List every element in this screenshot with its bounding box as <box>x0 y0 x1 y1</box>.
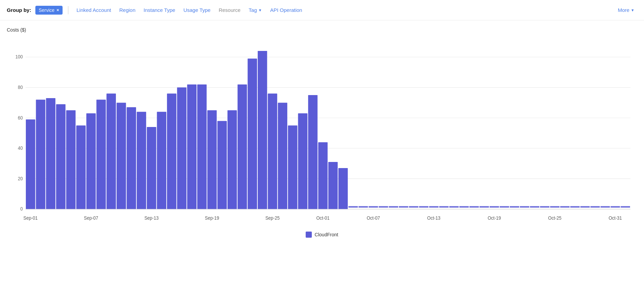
svg-rect-33 <box>238 85 247 209</box>
svg-rect-57 <box>479 206 489 207</box>
nav-instance-type[interactable]: Instance Type <box>141 5 178 15</box>
chart-container: 020406080100Sep-01Sep-07Sep-13Sep-19Sep-… <box>7 38 637 228</box>
svg-text:Sep-07: Sep-07 <box>84 216 98 221</box>
svg-rect-35 <box>258 51 267 209</box>
svg-text:Sep-01: Sep-01 <box>23 216 38 221</box>
svg-text:Oct-01: Oct-01 <box>316 216 329 221</box>
svg-rect-36 <box>268 94 277 209</box>
svg-rect-13 <box>36 99 46 209</box>
svg-rect-42 <box>328 162 338 209</box>
svg-rect-31 <box>217 121 227 209</box>
svg-rect-25 <box>157 112 166 209</box>
svg-rect-52 <box>429 206 439 207</box>
nav-region[interactable]: Region <box>117 5 138 15</box>
svg-rect-44 <box>349 206 358 207</box>
svg-rect-49 <box>399 206 408 207</box>
close-icon[interactable]: × <box>56 7 59 13</box>
svg-rect-65 <box>560 206 570 207</box>
svg-rect-46 <box>369 206 378 207</box>
svg-rect-41 <box>318 142 328 209</box>
svg-text:Oct-25: Oct-25 <box>548 216 561 221</box>
svg-rect-48 <box>389 206 398 207</box>
svg-rect-37 <box>278 103 287 209</box>
svg-rect-27 <box>177 88 187 209</box>
svg-rect-30 <box>207 110 217 209</box>
svg-rect-66 <box>570 206 580 207</box>
nav-usage-type[interactable]: Usage Type <box>181 5 213 15</box>
svg-rect-17 <box>76 126 86 209</box>
svg-rect-38 <box>288 126 298 209</box>
group-by-label: Group by: <box>7 7 31 13</box>
svg-rect-24 <box>147 127 156 209</box>
nav-more[interactable]: More ▼ <box>615 5 637 15</box>
svg-rect-70 <box>611 206 620 207</box>
svg-rect-53 <box>439 206 449 207</box>
svg-rect-47 <box>379 206 388 207</box>
legend-swatch <box>306 232 312 238</box>
active-filter-tag[interactable]: Service × <box>35 6 63 15</box>
svg-rect-32 <box>227 110 237 209</box>
bar-chart: 020406080100Sep-01Sep-07Sep-13Sep-19Sep-… <box>7 38 637 228</box>
chart-title: Costs ($) <box>7 27 637 33</box>
svg-rect-20 <box>106 94 116 209</box>
svg-rect-67 <box>580 206 590 207</box>
svg-rect-61 <box>520 206 529 207</box>
chart-area: Costs ($) 020406080100Sep-01Sep-07Sep-13… <box>0 20 644 241</box>
svg-rect-63 <box>540 206 549 207</box>
chart-legend: CloudFront <box>7 232 637 238</box>
active-filter-label: Service <box>39 7 55 13</box>
svg-text:Oct-07: Oct-07 <box>367 216 380 221</box>
svg-text:60: 60 <box>18 115 23 121</box>
svg-rect-40 <box>308 95 318 209</box>
svg-rect-21 <box>117 103 126 209</box>
chevron-down-icon: ▼ <box>631 8 634 12</box>
svg-rect-18 <box>86 113 96 209</box>
svg-rect-62 <box>530 206 540 207</box>
svg-rect-60 <box>510 206 519 207</box>
svg-text:100: 100 <box>15 54 23 60</box>
svg-rect-28 <box>187 85 197 209</box>
svg-rect-71 <box>621 206 630 207</box>
nav-resource[interactable]: Resource <box>216 5 243 15</box>
svg-rect-64 <box>550 206 560 207</box>
svg-rect-69 <box>600 206 610 207</box>
svg-rect-56 <box>470 206 479 207</box>
svg-text:Sep-13: Sep-13 <box>145 216 159 221</box>
svg-rect-54 <box>449 206 459 207</box>
svg-rect-50 <box>409 206 419 207</box>
svg-rect-14 <box>46 98 55 209</box>
svg-text:Sep-19: Sep-19 <box>205 216 219 221</box>
svg-rect-19 <box>97 99 106 209</box>
svg-rect-15 <box>56 104 66 209</box>
svg-rect-39 <box>298 113 308 209</box>
nav-tag[interactable]: Tag ▼ <box>246 5 265 15</box>
svg-text:Oct-13: Oct-13 <box>427 216 440 221</box>
svg-text:Sep-25: Sep-25 <box>265 216 279 221</box>
nav-api-operation[interactable]: API Operation <box>267 5 305 15</box>
svg-text:0: 0 <box>20 206 23 212</box>
divider <box>68 6 68 14</box>
svg-rect-58 <box>490 206 499 207</box>
svg-text:80: 80 <box>18 85 23 90</box>
svg-rect-59 <box>500 206 509 207</box>
svg-rect-43 <box>338 168 348 209</box>
svg-text:20: 20 <box>18 176 23 181</box>
nav-linked-account[interactable]: Linked Account <box>74 5 114 15</box>
svg-rect-68 <box>590 206 600 207</box>
svg-rect-45 <box>358 206 368 207</box>
svg-text:Oct-19: Oct-19 <box>488 216 501 221</box>
svg-rect-29 <box>197 85 207 209</box>
svg-rect-26 <box>167 94 176 209</box>
svg-rect-16 <box>66 110 76 209</box>
svg-rect-51 <box>419 206 428 207</box>
svg-rect-23 <box>137 112 146 209</box>
svg-text:40: 40 <box>18 146 23 151</box>
toolbar: Group by: Service × Linked Account Regio… <box>0 0 644 20</box>
legend-label: CloudFront <box>315 232 338 237</box>
svg-text:Oct-31: Oct-31 <box>609 216 622 221</box>
svg-rect-22 <box>127 107 136 209</box>
svg-rect-12 <box>26 120 35 209</box>
svg-rect-55 <box>459 206 469 207</box>
svg-rect-34 <box>248 58 257 209</box>
chevron-down-icon: ▼ <box>258 8 262 12</box>
